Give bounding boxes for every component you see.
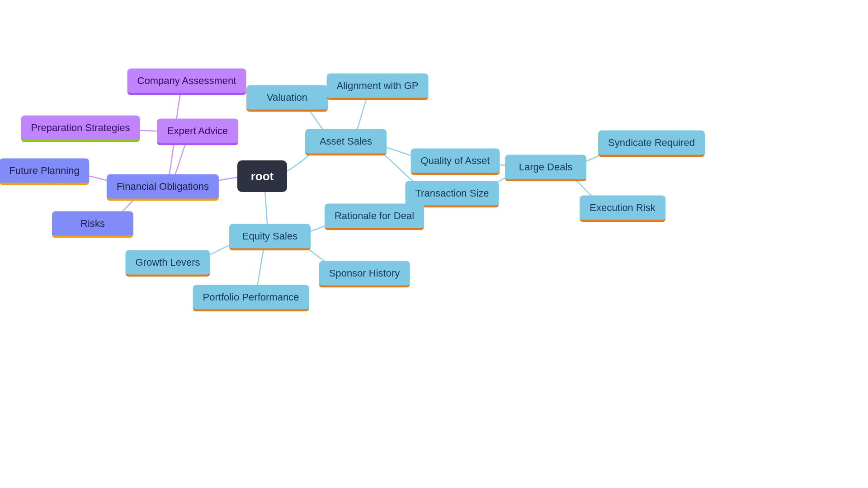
node-future-planning[interactable]: Future Planning [0, 159, 90, 185]
node-equity-sales[interactable]: Equity Sales [229, 224, 311, 251]
node-sponsor-history-label: Sponsor History [329, 267, 400, 279]
node-growth-levers-label: Growth Levers [135, 257, 200, 268]
node-preparation-strategies[interactable]: Preparation Strategies [21, 116, 140, 142]
node-risks-label: Risks [80, 218, 105, 230]
node-expert-advice-label: Expert Advice [167, 125, 228, 137]
node-portfolio-performance[interactable]: Portfolio Performance [193, 285, 309, 312]
node-risks[interactable]: Risks [52, 211, 133, 238]
node-asset-sales-label: Asset Sales [320, 136, 372, 147]
node-syndicate-required[interactable]: Syndicate Required [598, 131, 705, 157]
node-equity-sales-label: Equity Sales [242, 230, 297, 242]
node-sponsor-history[interactable]: Sponsor History [319, 261, 410, 288]
node-root[interactable]: root [237, 160, 287, 192]
node-portfolio-performance-label: Portfolio Performance [203, 291, 299, 303]
node-company-assessment[interactable]: Company Assessment [127, 69, 246, 95]
node-quality-asset-label: Quality of Asset [421, 155, 490, 167]
node-large-deals[interactable]: Large Deals [505, 155, 586, 182]
node-execution-risk[interactable]: Execution Risk [580, 196, 665, 222]
node-rationale-deal-label: Rationale for Deal [335, 210, 414, 222]
node-asset-sales[interactable]: Asset Sales [305, 129, 387, 156]
node-financial-obligations-label: Financial Obligations [117, 181, 209, 192]
node-transaction-size-label: Transaction Size [415, 188, 489, 199]
node-growth-levers[interactable]: Growth Levers [125, 250, 210, 277]
node-preparation-strategies-label: Preparation Strategies [31, 122, 130, 134]
node-expert-advice[interactable]: Expert Advice [157, 119, 238, 145]
node-rationale-deal[interactable]: Rationale for Deal [325, 204, 424, 230]
node-valuation-label: Valuation [267, 92, 307, 103]
node-financial-obligations[interactable]: Financial Obligations [107, 174, 219, 201]
node-large-deals-label: Large Deals [519, 161, 573, 173]
node-alignment-gp-label: Alignment with GP [337, 80, 419, 92]
node-future-planning-label: Future Planning [9, 165, 79, 177]
node-quality-asset[interactable]: Quality of Asset [411, 149, 500, 175]
node-alignment-gp[interactable]: Alignment with GP [327, 74, 429, 100]
node-valuation[interactable]: Valuation [246, 85, 328, 112]
mind-map-container: root Asset Sales Equity Sales Valuation … [0, 0, 868, 488]
node-execution-risk-label: Execution Risk [590, 202, 656, 214]
node-root-label: root [251, 169, 274, 183]
node-company-assessment-label: Company Assessment [137, 75, 236, 87]
node-syndicate-required-label: Syndicate Required [608, 137, 695, 149]
